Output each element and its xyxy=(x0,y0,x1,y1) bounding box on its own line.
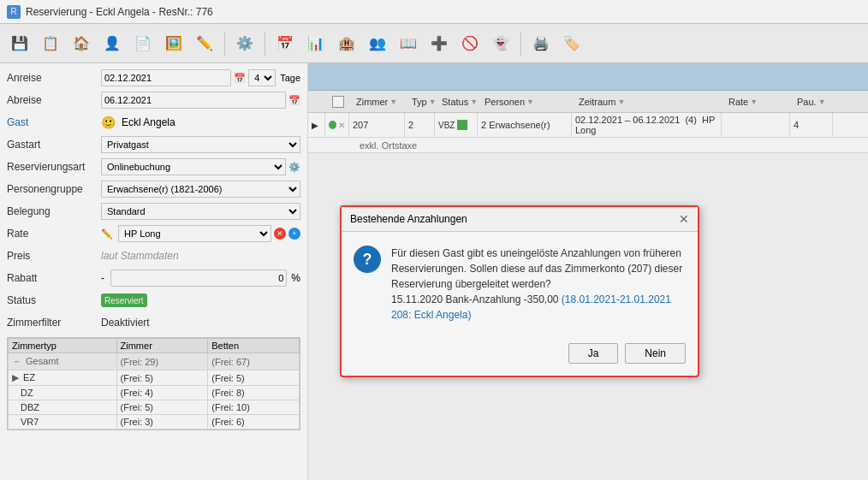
dialog-body-text: Für diesen Gast gibt es uneingelöste Anz… xyxy=(391,247,682,290)
dialog-no-button[interactable]: Nein xyxy=(625,343,686,364)
dialog-yes-button[interactable]: Ja xyxy=(568,343,619,364)
dialog-title: Bestehende Anzahlungen xyxy=(350,213,467,225)
dialog-footer: Ja Nein xyxy=(342,336,698,376)
dialog-body: ? Für diesen Gast gibt es uneingelöste A… xyxy=(342,232,698,336)
dialog-overlay: Bestehende Anzahlungen ✕ ? Für diesen Ga… xyxy=(0,0,868,480)
dialog-close-button[interactable]: ✕ xyxy=(679,212,689,226)
dialog-detail-text-normal: 15.11.2020 Bank-Anzahlung -350,00 xyxy=(391,293,562,305)
dialog-text-content: Für diesen Gast gibt es uneingelöste Anz… xyxy=(391,246,686,323)
dialog-titlebar: Bestehende Anzahlungen ✕ xyxy=(342,207,698,232)
dialog-info-icon: ? xyxy=(354,246,381,273)
dialog: Bestehende Anzahlungen ✕ ? Für diesen Ga… xyxy=(340,205,699,377)
